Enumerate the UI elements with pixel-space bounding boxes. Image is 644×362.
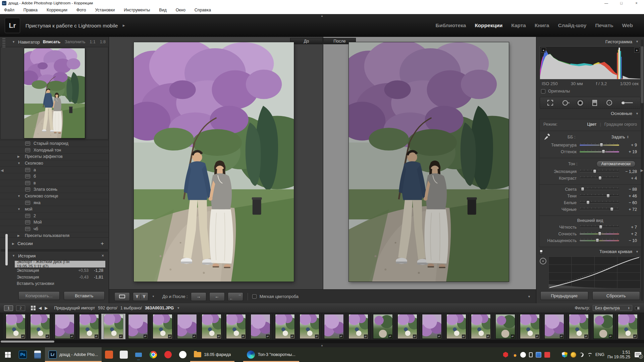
- after-photo[interactable]: [349, 42, 509, 282]
- preset-item[interactable]: б: [0, 173, 109, 180]
- filmstrip-thumbnail[interactable]: ⇄: [398, 314, 417, 339]
- filmstrip-cell[interactable]: ⇄: [101, 314, 126, 339]
- module-tab[interactable]: Библиотека: [431, 22, 471, 28]
- slider-knob[interactable]: [610, 207, 613, 211]
- filmstrip-cell[interactable]: ⇄: [199, 314, 224, 339]
- filmstrip-cell[interactable]: ⇄: [52, 314, 77, 339]
- menu-item[interactable]: Инструменты: [124, 8, 150, 12]
- preset-item[interactable]: Холодный тон: [0, 147, 109, 154]
- collapse-top-icon[interactable]: ▲: [321, 14, 323, 17]
- shadow-clipping-icon[interactable]: ▲: [541, 48, 546, 53]
- history-step[interactable]: Экспорт - Жёсткий диск (Пн 19.05.25 1:11…: [15, 261, 105, 267]
- taskbar-app[interactable]: [102, 347, 116, 362]
- radial-filter-icon[interactable]: [606, 100, 612, 106]
- copy-before-to-after-button[interactable]: →: [191, 292, 206, 301]
- slider-value[interactable]: + 7: [619, 225, 638, 230]
- filmstrip-thumbnail[interactable]: ⇄: [447, 314, 466, 339]
- filmstrip-thumbnail[interactable]: ⇄: [104, 314, 123, 339]
- defender-icon[interactable]: [562, 352, 568, 358]
- filmstrip-cell[interactable]: ⇄: [224, 314, 248, 339]
- filmstrip-thumbnail[interactable]: ⇄: [349, 314, 368, 339]
- view-options-caret-icon[interactable]: ▼: [152, 295, 155, 298]
- filmstrip-thumbnail[interactable]: ⇄: [471, 314, 490, 339]
- filmstrip-thumbnail[interactable]: ⇄: [496, 314, 515, 339]
- slider-track[interactable]: [580, 171, 619, 172]
- filmstrip-cell[interactable]: ⇄: [346, 314, 371, 339]
- minimize-button[interactable]: —: [599, 0, 614, 6]
- yandex-disk-icon[interactable]: [520, 352, 526, 358]
- clock[interactable]: 1:51 Пн 19.05.25: [607, 350, 630, 359]
- preset-item[interactable]: Старый полароид: [0, 140, 109, 147]
- basic-header[interactable]: Основные ▼: [536, 109, 644, 118]
- menu-item[interactable]: Фото: [76, 8, 86, 12]
- filmstrip-thumbnail[interactable]: ⇄: [128, 314, 148, 339]
- filmstrip-cell[interactable]: ⇄: [126, 314, 150, 339]
- slider-track[interactable]: [580, 144, 619, 146]
- filmstrip-thumbnail[interactable]: ⇄: [545, 314, 564, 339]
- filmstrip-cell[interactable]: ⇄: [175, 314, 199, 339]
- taskbar-app[interactable]: [161, 347, 175, 362]
- red-eye-tool-icon[interactable]: [577, 100, 583, 106]
- filmstrip-cell[interactable]: ⇄: [420, 314, 444, 339]
- zoom-option[interactable]: 1:1: [90, 40, 95, 44]
- copy-button[interactable]: Копировать...: [18, 291, 60, 300]
- start-button[interactable]: [0, 347, 15, 362]
- mode-grayscale-option[interactable]: Градации серого: [604, 122, 637, 127]
- grid-view-icon[interactable]: [31, 306, 36, 310]
- slider-value[interactable]: + 72: [619, 207, 638, 212]
- taskbar-app[interactable]: [116, 347, 131, 362]
- preset-item[interactable]: Мой: [0, 219, 109, 226]
- menu-item[interactable]: Окно: [176, 8, 185, 12]
- slider-value[interactable]: − 1,28: [619, 169, 638, 174]
- module-tab[interactable]: Карта: [507, 22, 530, 28]
- slider-value[interactable]: + 4: [619, 176, 638, 181]
- highlight-clipping-icon[interactable]: ▲: [634, 48, 639, 53]
- slider-track[interactable]: [580, 195, 619, 197]
- auto-tone-button[interactable]: Автоматически: [596, 161, 636, 167]
- slider-value[interactable]: − 10: [619, 238, 638, 243]
- slider-track[interactable]: [580, 233, 619, 235]
- slider-track[interactable]: [580, 240, 619, 241]
- histogram[interactable]: ▲ ▲: [540, 46, 641, 79]
- identity-arrow-icon[interactable]: ▶: [123, 24, 125, 27]
- slider-track[interactable]: [580, 202, 619, 203]
- before-photo[interactable]: [134, 42, 294, 282]
- filter-toggle[interactable]: [635, 306, 640, 310]
- taskbar-app[interactable]: [175, 347, 190, 362]
- preset-item[interactable]: чб: [0, 226, 109, 233]
- slider-knob[interactable]: [599, 225, 602, 229]
- second-window-button[interactable]: 2: [16, 305, 25, 311]
- close-button[interactable]: ×: [629, 0, 644, 6]
- filmstrip-cell[interactable]: ⇄: [444, 314, 469, 339]
- loupe-view-button[interactable]: [114, 292, 130, 301]
- filmstrip-cell[interactable]: ⇄: [28, 314, 52, 339]
- slider-value[interactable]: − 60: [619, 200, 638, 205]
- white-balance-dropper-icon[interactable]: [542, 132, 552, 142]
- filter-select[interactable]: Без фильтра ▲▼: [593, 305, 632, 311]
- slider-knob[interactable]: [600, 143, 603, 147]
- navigator-header[interactable]: ▼ Навигатор ВписатьЗаполнить1:11:8 ▲▼: [0, 37, 109, 47]
- collapse-right-icon[interactable]: ▶: [641, 168, 643, 172]
- filmstrip-thumbnail[interactable]: ⇄: [6, 314, 25, 339]
- filmstrip-cell[interactable]: ⇄: [493, 314, 518, 339]
- location-icon[interactable]: [571, 352, 576, 358]
- slider-track[interactable]: [580, 209, 619, 210]
- filmstrip-thumbnail[interactable]: ⇄: [177, 314, 197, 339]
- slider-knob[interactable]: [606, 194, 610, 198]
- filmstrip-cell[interactable]: ⇄: [591, 314, 615, 339]
- filmstrip-thumbnail[interactable]: ⇄: [226, 314, 246, 339]
- filmstrip-thumbnail[interactable]: ⇄: [251, 314, 270, 339]
- filmstrip-cell[interactable]: ⇄: [469, 314, 493, 339]
- history-step[interactable]: Вставить установки: [15, 281, 105, 287]
- zoom-option[interactable]: Вписать: [43, 40, 60, 44]
- menu-item[interactable]: Правка: [23, 8, 38, 12]
- feather-icon[interactable]: [579, 352, 585, 358]
- targeted-adjustment-icon[interactable]: [540, 258, 546, 264]
- spot-removal-icon[interactable]: [562, 100, 568, 106]
- menu-item[interactable]: Справка: [195, 8, 211, 12]
- filmstrip-cell[interactable]: ⇄: [395, 314, 420, 339]
- navigator-preview[interactable]: [0, 47, 108, 139]
- module-tab[interactable]: Печать: [591, 22, 618, 28]
- histogram-header[interactable]: Гистограмма ▼: [536, 37, 644, 46]
- tone-curve-header[interactable]: Тоновая кривая ▼: [536, 247, 644, 256]
